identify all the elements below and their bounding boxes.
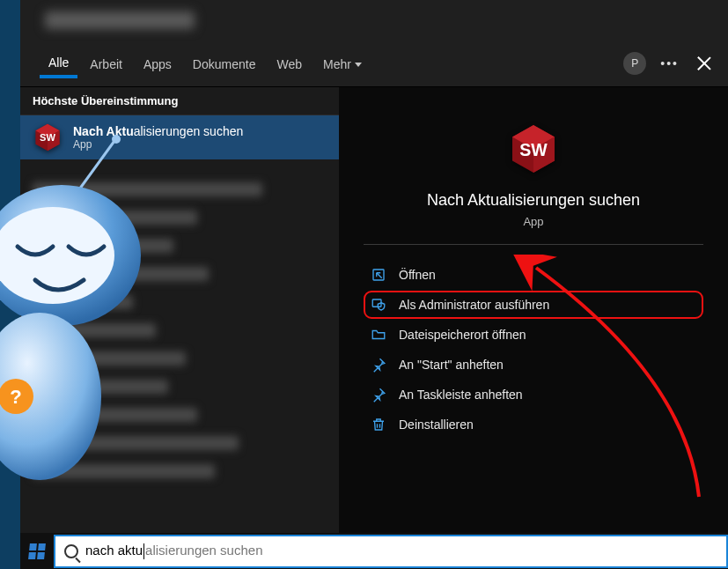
- detail-header: SW Nach Aktualisierungen suchen App: [364, 105, 703, 245]
- top-result-subtitle: App: [73, 138, 243, 151]
- title-match-prefix: Nach Aktu: [73, 124, 134, 138]
- admin-shield-icon: [371, 297, 386, 313]
- blurred-row: [33, 239, 173, 253]
- tab-all[interactable]: Alle: [40, 48, 77, 78]
- tab-apps[interactable]: Apps: [135, 50, 180, 77]
- header-right-controls: P •••: [623, 41, 716, 86]
- filter-tab-row: Alle Arbeit Apps Dokumente Web Mehr P ••…: [20, 41, 728, 86]
- tab-web[interactable]: Web: [268, 50, 311, 77]
- blurred-row: [33, 464, 215, 478]
- action-run-as-admin[interactable]: Als Administrator ausführen: [364, 291, 703, 319]
- svg-text:SW: SW: [519, 140, 548, 159]
- folder-icon: [371, 327, 386, 343]
- blurred-row: [33, 267, 209, 281]
- action-open-location[interactable]: Dateispeicherort öffnen: [364, 321, 703, 349]
- start-button[interactable]: [20, 533, 54, 569]
- desktop-background-strip: [0, 0, 20, 569]
- solidworks-icon: SW: [33, 122, 63, 152]
- action-pin-start-label: An "Start" anheften: [399, 358, 504, 372]
- tab-documents[interactable]: Dokumente: [184, 50, 265, 77]
- windows-logo-icon: [28, 543, 46, 559]
- search-query-text: nach aktualisierungen suchen: [85, 543, 262, 559]
- blurred-row: [33, 295, 133, 309]
- action-list: Öffnen Als Administrator ausführen Datei…: [364, 261, 703, 439]
- blurred-row: [33, 380, 168, 394]
- results-section-header: Höchste Übereinstimmung: [20, 87, 339, 115]
- panel-header: [20, 0, 728, 41]
- taskbar-search-box[interactable]: nach aktualisierungen suchen: [54, 535, 728, 568]
- search-typed-text: nach aktu: [85, 543, 143, 558]
- user-avatar[interactable]: P: [623, 52, 646, 75]
- svg-text:SW: SW: [40, 132, 55, 143]
- blurred-row: [33, 408, 197, 422]
- detail-subtitle: App: [523, 215, 543, 228]
- panel-body: Höchste Übereinstimmung SW Nach Aktualis…: [20, 86, 728, 533]
- top-result-item[interactable]: SW Nach Aktualisierungen suchen App: [20, 115, 339, 159]
- chevron-down-icon: [355, 63, 362, 67]
- action-pin-start[interactable]: An "Start" anheften: [364, 351, 703, 379]
- tab-work[interactable]: Arbeit: [81, 50, 131, 77]
- solidworks-icon-large: SW: [507, 122, 560, 175]
- action-uninstall[interactable]: Deinstallieren: [364, 410, 703, 439]
- open-icon: [371, 267, 386, 283]
- action-run-as-admin-label: Als Administrator ausführen: [399, 298, 549, 312]
- blurred-heading: [45, 11, 195, 29]
- taskbar: nach aktualisierungen suchen: [20, 533, 728, 569]
- action-open-location-label: Dateispeicherort öffnen: [399, 328, 526, 342]
- pin-taskbar-icon: [371, 387, 386, 403]
- blurred-row: [33, 211, 197, 225]
- blurred-row: [33, 182, 262, 196]
- tab-more-label: Mehr: [323, 57, 351, 71]
- blurred-other-results: [20, 159, 339, 501]
- detail-title: Nach Aktualisierungen suchen: [427, 191, 640, 210]
- trash-icon: [371, 417, 386, 432]
- tab-more[interactable]: Mehr: [314, 50, 371, 77]
- top-result-title: Nach Aktualisierungen suchen: [73, 124, 243, 138]
- title-match-rest: alisierungen suchen: [134, 124, 244, 138]
- pin-icon: [371, 357, 386, 373]
- search-icon: [64, 544, 78, 558]
- close-button[interactable]: [693, 52, 716, 75]
- blurred-row: [33, 323, 156, 337]
- blurred-row: [33, 351, 186, 366]
- blurred-row: [33, 436, 239, 450]
- text-caret: [143, 543, 144, 559]
- action-open[interactable]: Öffnen: [364, 261, 703, 289]
- action-open-label: Öffnen: [399, 268, 436, 282]
- results-column: Höchste Übereinstimmung SW Nach Aktualis…: [20, 87, 339, 533]
- action-pin-taskbar[interactable]: An Taskleiste anheften: [364, 381, 703, 409]
- windows-search-panel: Alle Arbeit Apps Dokumente Web Mehr P ••…: [20, 0, 728, 533]
- search-completion-text: alisierungen suchen: [145, 543, 262, 558]
- action-uninstall-label: Deinstallieren: [399, 418, 474, 432]
- detail-column: SW Nach Aktualisierungen suchen App Öffn…: [339, 87, 728, 533]
- top-result-texts: Nach Aktualisierungen suchen App: [73, 124, 243, 151]
- action-pin-taskbar-label: An Taskleiste anheften: [399, 388, 523, 402]
- more-options-button[interactable]: •••: [657, 53, 682, 74]
